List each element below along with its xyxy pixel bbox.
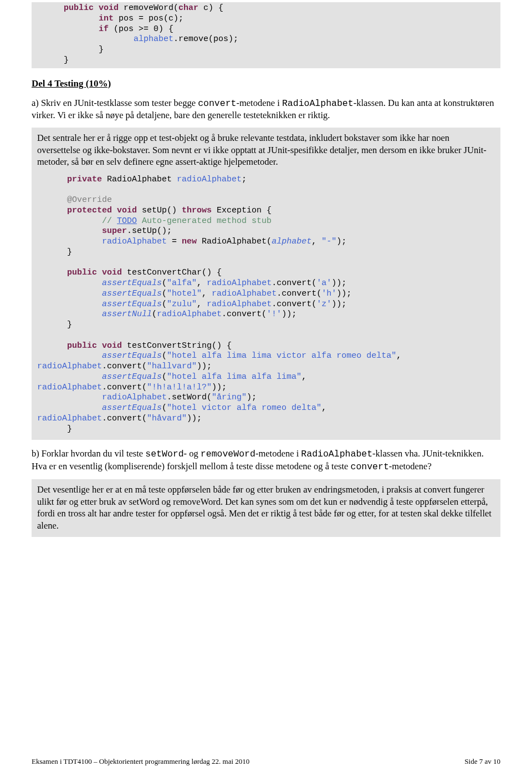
code: c) {	[198, 3, 223, 13]
code: (	[162, 372, 167, 382]
code: }	[67, 424, 72, 434]
code: ));	[331, 278, 346, 288]
code: RadioAlphabet(	[197, 237, 272, 246]
kw: void	[99, 3, 119, 13]
answer-box-b: Det vesentlige her er at en må teste opp…	[32, 479, 500, 537]
code: ,	[301, 372, 306, 382]
field: radioAlphabet	[157, 310, 222, 319]
kw: public	[64, 3, 94, 13]
code: .convert(	[102, 414, 147, 423]
code: ,	[202, 289, 212, 298]
code: }	[64, 55, 69, 65]
code: );	[247, 393, 257, 402]
field: radioAlphabet	[177, 175, 242, 184]
code: (	[162, 278, 167, 288]
code: (	[162, 351, 167, 361]
code: (	[162, 403, 167, 413]
code: .remove(pos);	[173, 34, 238, 44]
string: "hotel victor alfa romeo delta"	[167, 403, 321, 413]
code: testConvertChar() {	[122, 268, 222, 277]
code: ,	[396, 351, 401, 361]
page-number: Side 7 av 10	[464, 757, 500, 766]
string: "hotel alfa lima lima victor alfa romeo …	[167, 351, 396, 361]
code: ));	[187, 414, 202, 423]
comment: Auto-generated method stub	[137, 216, 272, 226]
code: (	[152, 310, 157, 319]
field: radioAlphabet	[102, 393, 167, 402]
string: "hotel alfa lima alfa lima"	[167, 372, 301, 382]
code-block-removeword: public void removeWord(char c) { int pos…	[32, 2, 500, 68]
footer-text: Eksamen i TDT4100 – Objektorientert prog…	[32, 757, 249, 765]
string: "åring"	[212, 393, 247, 402]
string: "hotel"	[167, 289, 202, 298]
call: assertEquals	[102, 351, 162, 361]
code: .convert(	[272, 300, 316, 309]
call: assertNull	[102, 310, 152, 319]
code: .setWord(	[167, 393, 212, 402]
code: pos = pos(c);	[114, 14, 183, 23]
code: =	[167, 237, 182, 246]
code: removeWord(	[119, 3, 178, 13]
call: assertEquals	[102, 289, 162, 298]
kw: void	[117, 206, 137, 215]
code: ,	[311, 237, 321, 246]
field: radioAlphabet	[102, 237, 167, 246]
mono: convert	[351, 461, 389, 472]
field: radioAlphabet	[37, 383, 102, 392]
mono: RadioAlphabet	[282, 98, 354, 109]
todo: TODO	[117, 216, 137, 226]
param: alphabet	[272, 237, 311, 246]
code-block-junit: private RadioAlphabet radioAlphabet; @Ov…	[37, 168, 495, 435]
kw: super	[102, 226, 127, 236]
code: ));	[336, 289, 351, 298]
code: RadioAlphabet	[102, 175, 177, 184]
mono: setWord	[145, 449, 183, 459]
code: ,	[197, 278, 207, 288]
code: .convert(	[222, 310, 267, 319]
code: );	[336, 237, 346, 246]
code: ));	[282, 310, 296, 319]
string: "-"	[321, 237, 336, 246]
kw: char	[178, 3, 198, 13]
kw: public	[67, 341, 97, 351]
code: (	[162, 300, 167, 309]
code: (	[162, 289, 167, 298]
code: ,	[197, 300, 207, 309]
char: 'z'	[316, 300, 331, 309]
string: "hallvard"	[147, 362, 197, 371]
code: (pos >= 0) {	[109, 24, 173, 34]
field: radioAlphabet	[207, 278, 272, 288]
kw: new	[182, 237, 197, 246]
section-heading: Del 4 Testing (10%)	[32, 78, 500, 89]
question-b: b) Forklar hvordan du vil teste setWord-…	[32, 448, 500, 473]
string: "zulu"	[167, 300, 197, 309]
kw: void	[102, 341, 122, 351]
question-a: a) Skriv en JUnit-testklasse som tester …	[32, 97, 500, 121]
kw: public	[67, 268, 97, 277]
code: }	[67, 247, 72, 257]
code: Exception {	[212, 206, 272, 215]
code: }	[99, 45, 104, 54]
code: ));	[331, 300, 346, 309]
code: setUp()	[137, 206, 182, 215]
string: "håvard"	[147, 414, 187, 423]
answer-text: Det sentrale her er å rigge opp et test-…	[37, 132, 495, 168]
code: .setUp();	[127, 226, 172, 236]
field: radioAlphabet	[212, 289, 277, 298]
call: assertEquals	[102, 403, 162, 413]
code: .convert(	[277, 289, 321, 298]
mono: convert	[198, 98, 236, 109]
page-footer: Side 7 av 10 Eksamen i TDT4100 – Objekto…	[32, 757, 500, 766]
char: 'a'	[316, 278, 331, 288]
mono: removeWord	[201, 449, 255, 459]
code: ,	[321, 403, 326, 413]
answer-box-a: Det sentrale her er å rigge opp et test-…	[32, 128, 500, 440]
code: ));	[212, 383, 227, 392]
char: '!'	[267, 310, 282, 319]
code: ;	[242, 175, 247, 184]
code: ));	[197, 362, 212, 371]
kw: throws	[182, 206, 212, 215]
call: assertEquals	[102, 278, 162, 288]
annotation: @Override	[67, 195, 112, 205]
kw: protected	[67, 206, 112, 215]
